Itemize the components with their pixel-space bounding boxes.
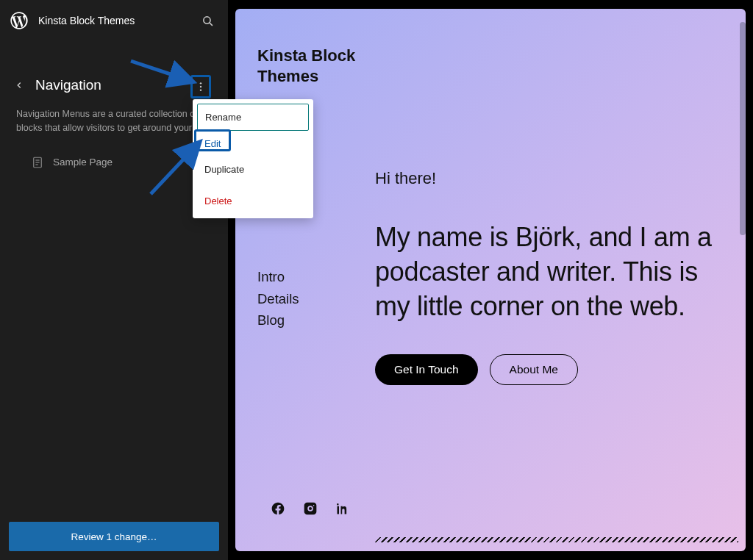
svg-line-1 — [209, 22, 212, 25]
instagram-icon[interactable] — [303, 501, 318, 516]
preview-site-title[interactable]: Kinsta BlockThemes — [257, 46, 355, 86]
svg-point-0 — [203, 16, 210, 23]
page-icon — [31, 156, 44, 169]
site-title[interactable]: Kinsta Block Themes — [38, 15, 196, 26]
sidenav-link-blog[interactable]: Blog — [257, 309, 299, 331]
back-button[interactable] — [10, 76, 28, 94]
review-changes-button[interactable]: Review 1 change… — [9, 522, 219, 551]
social-links — [271, 501, 350, 516]
button-row: Get In Touch About Me — [375, 354, 719, 385]
sidenav-link-intro[interactable]: Intro — [257, 266, 299, 288]
linkedin-icon[interactable] — [335, 501, 350, 516]
actions-dropdown: Rename Edit Duplicate Delete — [193, 99, 313, 218]
sidenav-link-details[interactable]: Details — [257, 288, 299, 310]
dropdown-edit[interactable]: Edit — [197, 131, 309, 157]
more-vertical-icon — [195, 80, 207, 93]
svg-point-3 — [200, 86, 201, 87]
nav-menu-item-label: Sample Page — [53, 157, 113, 168]
editor-sidebar: Kinsta Block Themes Navigation Navigatio… — [0, 0, 228, 560]
about-me-button[interactable]: About Me — [490, 354, 578, 385]
dropdown-rename[interactable]: Rename — [197, 104, 309, 131]
chevron-left-icon — [14, 80, 24, 90]
facebook-icon[interactable] — [271, 501, 285, 516]
svg-point-4 — [200, 89, 201, 90]
headline-text: My name is Björk, and I am a podcaster a… — [375, 220, 719, 323]
more-actions-button[interactable] — [190, 75, 211, 98]
preview-sidenav: Intro Details Blog — [257, 266, 299, 331]
wordpress-logo-icon[interactable] — [9, 10, 29, 31]
site-preview: Kinsta BlockThemes Intro Details Blog Hi… — [235, 9, 746, 551]
sidebar-header: Kinsta Block Themes — [0, 0, 228, 41]
dropdown-delete[interactable]: Delete — [197, 188, 309, 214]
dropdown-duplicate[interactable]: Duplicate — [197, 157, 309, 182]
svg-point-2 — [200, 82, 201, 84]
scrollbar[interactable] — [740, 22, 746, 235]
get-in-touch-button[interactable]: Get In Touch — [375, 354, 478, 385]
search-icon — [201, 15, 214, 27]
greeting-text: Hi there! — [375, 169, 719, 188]
search-button[interactable] — [196, 9, 219, 32]
preview-content: Hi there! My name is Björk, and I am a p… — [375, 169, 719, 385]
divider-pattern — [375, 537, 738, 542]
panel-title: Navigation — [35, 77, 101, 93]
navigation-header: Navigation — [0, 68, 228, 103]
